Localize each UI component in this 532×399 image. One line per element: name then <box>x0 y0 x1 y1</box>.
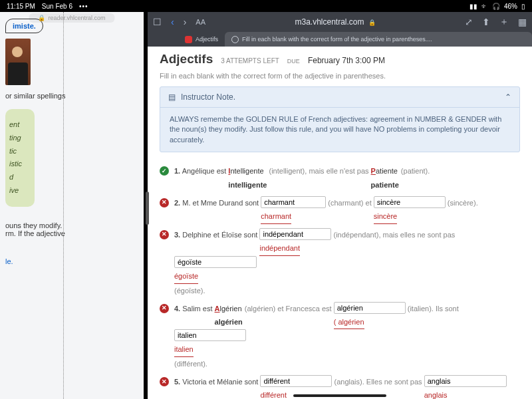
tabs-row: Adjectifs Fill in each blank with the co… <box>148 32 532 47</box>
lock-icon <box>368 17 376 27</box>
split-drag-handle[interactable] <box>146 192 149 225</box>
tab-fillblank[interactable]: Fill in each blank with the correct form… <box>225 32 532 47</box>
dotted-margin-line <box>63 12 64 399</box>
questions-list: ✓ 1. Angélique est Intelligente intellig… <box>160 164 520 399</box>
answer-intelligente: Intelligente <box>228 164 263 178</box>
hint-text: (intelligent), mais elle n'est pas <box>269 167 370 175</box>
tab-favicon-icon <box>185 36 192 43</box>
due-label: DUE <box>287 58 300 65</box>
wrong-icon: ✕ <box>160 304 169 313</box>
hint-text: (anglais). Elles ne sont pas <box>334 378 424 386</box>
hint-text: (sincère). <box>448 199 478 207</box>
correction-text: différent <box>260 388 287 399</box>
correction-text: anglais <box>424 388 448 399</box>
hint-text: (charmant) et <box>328 199 373 207</box>
blank-input[interactable] <box>334 302 406 314</box>
suffix-item: tic <box>9 145 27 158</box>
textbook-photo <box>5 39 31 85</box>
note-icon: ▤ <box>168 92 176 102</box>
blank-input[interactable] <box>174 256 257 268</box>
left-split-pane: reader.vhlcentral.com imiste. or similar… <box>0 12 148 399</box>
blank-input[interactable] <box>260 375 332 387</box>
signal-icon: ▮▮ <box>469 3 477 10</box>
url-bar[interactable]: m3a.vhlcentral.com <box>215 17 456 27</box>
tab-label: Adjectifs <box>196 36 218 43</box>
battery-icon: ▯ <box>521 3 525 10</box>
status-time: 11:15 PM <box>7 3 35 10</box>
instructor-note: ▤ Instructor Note. ⌃ ALWAYS remembe the … <box>160 86 520 152</box>
safari-toolbar: ☐ ‹ › AA m3a.vhlcentral.com ⤢ ⬆ ＋ ▦ <box>148 12 532 32</box>
tab-adjectifs[interactable]: Adjectifs <box>178 32 225 47</box>
share-icon[interactable]: ⬆ <box>482 17 490 27</box>
due-date: February 7th 3:00 PM <box>308 56 385 65</box>
hint-text: (égoïste). <box>174 284 520 298</box>
question-1: ✓ 1. Angélique est Intelligente intellig… <box>160 164 520 192</box>
page-title: Adjectifs <box>160 52 213 66</box>
left-url-text: reader.vhlcentral.com <box>48 15 105 21</box>
blank-input[interactable] <box>174 329 246 341</box>
page-content: Adjectifs 3 ATTEMPTS LEFT DUE February 7… <box>148 47 532 399</box>
sidebar-icon[interactable]: ☐ <box>153 17 162 27</box>
suffix-item: ting <box>9 132 27 145</box>
question-3: ✕ 3. Delphine et Éloïse sont indépendant… <box>160 228 520 298</box>
correction-text: italien <box>174 342 194 357</box>
chevron-up-icon[interactable]: ⌃ <box>505 92 511 102</box>
hint-text: (indépendant), mais elles ne sont pas <box>334 231 456 239</box>
correction-text: sincère <box>374 209 397 224</box>
home-indicator[interactable] <box>293 394 386 397</box>
font-size-button[interactable]: AA <box>196 18 205 26</box>
q-number: 1. <box>174 167 180 175</box>
right-split-pane: ☐ ‹ › AA m3a.vhlcentral.com ⤢ ⬆ ＋ ▦ Adje… <box>148 12 532 399</box>
q-text: Delphine et Éloïse sont <box>182 231 259 239</box>
blank-input[interactable] <box>374 196 446 208</box>
correction-text: ( algérien <box>334 315 364 330</box>
q-number: 3. <box>174 231 180 239</box>
correct-icon: ✓ <box>160 166 169 176</box>
attempts-left: 3 ATTEMPTS LEFT <box>221 57 279 65</box>
instructor-note-body: ALWAYS remembe the GOLDEN RULE of French… <box>160 108 519 152</box>
green-suffix-box: ent ting tic istic d ive <box>5 109 35 207</box>
answer-patiente: Patiente <box>371 164 398 178</box>
wrong-icon: ✕ <box>160 377 169 386</box>
blank-input[interactable] <box>261 196 326 208</box>
suffix-item: d <box>9 171 27 184</box>
solution-text: intelligente <box>228 178 267 192</box>
instructions-text: Fill in each blank with the correct form… <box>160 72 520 80</box>
tab-favicon-icon <box>231 36 239 43</box>
battery-percent: 46% <box>504 3 517 10</box>
spellings-text: or similar spellings <box>5 92 138 100</box>
forward-icon[interactable]: › <box>184 17 187 27</box>
new-tab-icon[interactable]: ＋ <box>499 16 509 28</box>
note-title: Instructor Note. <box>181 92 235 102</box>
question-4: ✕ 4. Salim est Algérien algérien (algéri… <box>160 302 520 372</box>
blank-input[interactable] <box>259 228 331 240</box>
question-2: ✕ 2. M. et Mme Durand sont charmant (cha… <box>160 196 520 224</box>
correction-text: égoïste <box>174 269 198 284</box>
status-dots-icon: ••• <box>79 3 88 10</box>
reader-icon[interactable]: ⤢ <box>465 17 473 27</box>
hint-text: (différent). <box>174 357 520 371</box>
left-url-pill[interactable]: reader.vhlcentral.com <box>29 13 114 23</box>
wrong-icon: ✕ <box>160 198 169 207</box>
headphone-icon: 🎧 <box>492 3 500 10</box>
suffix-item: istic <box>9 158 27 171</box>
q-text: Salim est <box>182 305 214 313</box>
q-number: 5. <box>174 378 180 386</box>
hint-text: (algérien) et Francesca est <box>245 305 334 313</box>
correction-text: indépendant <box>259 241 300 256</box>
wifi-icon: ᯤ <box>481 3 488 10</box>
blank-input[interactable] <box>424 375 507 387</box>
hint-text: (patient). <box>401 167 430 175</box>
ipad-status-bar: 11:15 PM Sun Feb 6 ••• ▮▮ ᯤ 🎧 46% ▯ <box>0 0 532 12</box>
tabs-icon[interactable]: ▦ <box>518 17 527 27</box>
lock-icon <box>38 15 45 21</box>
solution-text: patiente <box>371 178 399 192</box>
wrong-icon: ✕ <box>160 230 169 239</box>
le-link[interactable]: le. <box>5 257 138 265</box>
q-number: 4. <box>174 305 180 313</box>
q-number: 2. <box>174 199 180 207</box>
correction-text: charmant <box>261 209 291 224</box>
hint-text: (italien). Ils sont <box>408 305 459 313</box>
back-icon[interactable]: ‹ <box>171 17 174 27</box>
instructor-note-header[interactable]: ▤ Instructor Note. ⌃ <box>160 87 519 108</box>
